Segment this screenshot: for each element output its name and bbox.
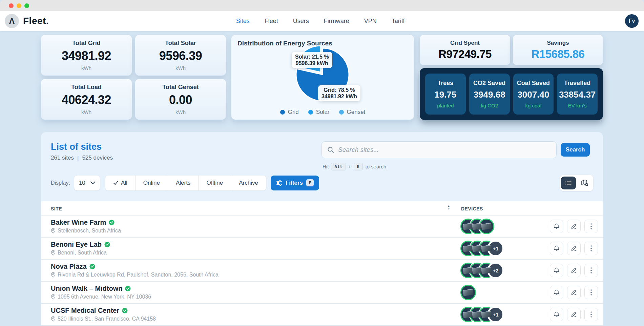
table-row[interactable]: Benoni Eye Lab Benoni, South Africa +1 xyxy=(41,238,603,260)
site-name[interactable]: UCSF Medical Center xyxy=(51,307,119,314)
pie-label-solar-kwh: 9596.39 kWh xyxy=(295,60,329,66)
filter-tab-alerts[interactable]: Alerts xyxy=(168,176,199,190)
sites-panel-title: List of sites xyxy=(51,142,102,152)
window-close-button[interactable] xyxy=(9,3,14,8)
table-row[interactable]: UCSF Medical Center 520 Illinois St., Sa… xyxy=(41,304,603,326)
row-actions xyxy=(550,264,598,277)
bell-icon xyxy=(553,245,560,252)
edit-button[interactable] xyxy=(567,220,581,233)
filter-tab-all[interactable]: All xyxy=(105,176,136,190)
site-name[interactable]: Benoni Eye Lab xyxy=(51,241,102,248)
legend-item-solar[interactable]: Solar xyxy=(308,109,330,116)
location-pin-icon xyxy=(51,272,56,278)
legend-item-genset[interactable]: Genset xyxy=(339,109,366,116)
stat-unit: kWh xyxy=(175,109,186,115)
sort-icon[interactable]: ▲ ▼ xyxy=(447,205,450,210)
device-avatar[interactable] xyxy=(479,219,494,234)
stat-title: Total Genset xyxy=(162,84,199,91)
legend-item-grid[interactable]: Grid xyxy=(280,109,299,116)
grid-spent-card: Grid Spent R97249.75 xyxy=(420,35,510,65)
nav-item-vpn[interactable]: VPN xyxy=(364,18,377,25)
nav-item-users[interactable]: Users xyxy=(293,18,309,25)
stat-card-total-solar: Total Solar 9596.39 kWh xyxy=(135,35,226,76)
more-options-button[interactable] xyxy=(584,220,598,233)
display-count-value: 10 xyxy=(79,180,85,186)
user-avatar[interactable]: Fv xyxy=(625,14,639,28)
status-filter-group: All Online Alerts Offline Archive xyxy=(105,176,266,190)
alerts-bell-button[interactable] xyxy=(550,264,563,277)
window-zoom-button[interactable] xyxy=(24,3,29,8)
site-name[interactable]: Nova Plaza xyxy=(51,263,87,270)
site-address: Stellenbosch, South Africa xyxy=(58,228,121,234)
more-options-button[interactable] xyxy=(584,264,598,277)
more-options-button[interactable] xyxy=(584,242,598,255)
edit-button[interactable] xyxy=(567,286,581,299)
alerts-bell-button[interactable] xyxy=(550,286,563,299)
hint-prefix: Hit xyxy=(323,164,329,169)
verified-badge-icon xyxy=(89,264,95,269)
location-pin-icon xyxy=(51,294,56,300)
bell-icon xyxy=(553,289,560,296)
more-options-button[interactable] xyxy=(584,308,598,321)
bell-icon xyxy=(553,267,560,274)
search-button[interactable]: Search xyxy=(561,143,590,157)
search-input[interactable] xyxy=(338,146,551,154)
map-view-button[interactable] xyxy=(577,177,592,189)
site-name[interactable]: Union Walk – Midtown xyxy=(51,285,122,292)
pie-label-grid-percent: Grid: 78.5 % xyxy=(321,87,357,93)
stat-title: Total Grid xyxy=(72,40,101,47)
site-address: 520 Illinois St., San Francisco, CA 9415… xyxy=(58,316,156,322)
edit-button[interactable] xyxy=(567,308,581,321)
edit-button[interactable] xyxy=(567,242,581,255)
display-count-select[interactable]: 10 xyxy=(74,176,100,190)
map-search-icon xyxy=(581,180,588,186)
nav-item-tariff[interactable]: Tariff xyxy=(392,18,405,25)
filter-tab-offline[interactable]: Offline xyxy=(199,176,231,190)
alerts-bell-button[interactable] xyxy=(550,242,563,255)
edit-button[interactable] xyxy=(567,264,581,277)
more-options-button[interactable] xyxy=(584,286,598,299)
devices-cell: +1 xyxy=(460,307,503,322)
eco-title: Travelled xyxy=(564,80,590,87)
kebab-menu-icon xyxy=(590,223,592,230)
brand[interactable]: Λ Fleet. xyxy=(5,14,49,28)
legend-dot-grid xyxy=(280,110,285,115)
pencil-icon xyxy=(570,223,577,230)
pencil-icon xyxy=(570,245,577,252)
table-row[interactable]: Nova Plaza Rivonia Rd & Leeuwkop Rd, Pau… xyxy=(41,260,603,282)
alerts-bell-button[interactable] xyxy=(550,220,563,233)
nav-item-firmware[interactable]: Firmware xyxy=(324,18,349,25)
kbd-alt: Alt xyxy=(331,163,346,170)
filter-tab-online[interactable]: Online xyxy=(136,176,168,190)
verified-badge-icon xyxy=(122,308,128,313)
table-row[interactable]: Union Walk – Midtown 1095 6th Avenue, Ne… xyxy=(41,282,603,304)
filters-button[interactable]: Filters F xyxy=(271,176,319,190)
table-row[interactable]: Baker Wine Farm Stellenbosch, South Afri… xyxy=(41,216,603,238)
device-avatar[interactable] xyxy=(460,285,476,300)
nav-item-sites[interactable]: Sites xyxy=(236,18,250,25)
list-view-button[interactable] xyxy=(561,177,576,189)
stat-title: Total Solar xyxy=(165,40,196,47)
filter-tab-label: All xyxy=(121,180,127,186)
location-pin-icon xyxy=(51,228,56,233)
eco-item-co2-saved: CO2 Saved 3949.68 kg CO2 xyxy=(469,74,510,115)
kbd-k: K xyxy=(354,163,363,170)
location-pin-icon xyxy=(51,250,56,256)
site-name[interactable]: Baker Wine Farm xyxy=(51,219,106,226)
site-address: 1095 6th Avenue, New York, NY 10036 xyxy=(58,294,151,300)
column-header-devices[interactable]: DEVICES xyxy=(461,206,483,211)
sites-panel: List of sites 261 sites | 525 devices Se… xyxy=(41,132,603,326)
eco-item-travelled: Travelled 33854.37 EV km's xyxy=(557,74,598,115)
filter-tab-archive[interactable]: Archive xyxy=(231,176,266,190)
hint-suffix: to search. xyxy=(365,164,388,169)
column-header-site[interactable]: SITE xyxy=(51,206,62,211)
alerts-bell-button[interactable] xyxy=(550,308,563,321)
devices-cell xyxy=(460,219,494,234)
legend-dot-solar xyxy=(308,110,313,115)
search-box[interactable] xyxy=(321,141,557,158)
nav-item-fleet[interactable]: Fleet xyxy=(265,18,278,25)
window-minimize-button[interactable] xyxy=(17,3,21,8)
sites-counts: 261 sites | 525 devices xyxy=(51,155,113,161)
display-label: Display: xyxy=(51,180,70,186)
kebab-menu-icon xyxy=(590,267,592,274)
